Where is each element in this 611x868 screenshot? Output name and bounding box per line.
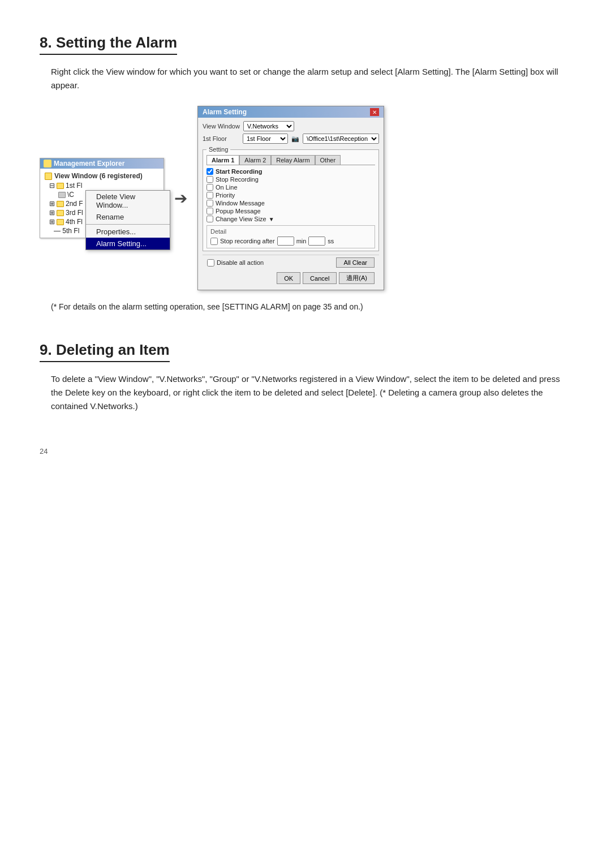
section-8-body: Right click the View window for which yo… bbox=[51, 65, 571, 92]
subtitle-text: View Window (6 registered) bbox=[54, 172, 143, 180]
page-number: 24 bbox=[40, 447, 571, 456]
change-view-size-dropdown-icon: ▼ bbox=[269, 216, 274, 222]
folder-icon-4th bbox=[57, 219, 64, 225]
disable-all-action-checkbox[interactable] bbox=[207, 259, 214, 267]
tab-alarm1[interactable]: Alarm 1 bbox=[206, 155, 239, 165]
floor-row: 1st Floor 1st Floor 📷 \Office1\1st\Recep… bbox=[203, 134, 379, 144]
checkbox-popup-message-label: Popup Message bbox=[216, 208, 261, 214]
section-9-body: To delete a "View Window", "V.Networks",… bbox=[51, 372, 571, 413]
setting-group: Setting Alarm 1 Alarm 2 Relay Alarm Othe… bbox=[203, 146, 379, 251]
checkbox-on-line: On Line bbox=[206, 183, 375, 191]
tab-relay-alarm[interactable]: Relay Alarm bbox=[271, 155, 315, 165]
disable-all-action-row: Disable all action bbox=[207, 259, 264, 267]
stop-recording-after-checkbox[interactable] bbox=[210, 238, 218, 245]
tree-label-1st: 1st Fl bbox=[66, 182, 82, 190]
checkbox-window-message: Window Message bbox=[206, 199, 375, 207]
view-window-select[interactable]: V.Networks bbox=[243, 121, 294, 131]
all-clear-button[interactable]: All Clear bbox=[336, 257, 375, 268]
alarm-tabs-bar: Alarm 1 Alarm 2 Relay Alarm Other bbox=[206, 155, 375, 165]
tree-label-4th: 4th Fl bbox=[66, 218, 83, 226]
dialog-ok-cancel-row: OK Cancel 適用(A) bbox=[203, 270, 379, 286]
disable-all-action-label: Disable all action bbox=[217, 259, 264, 266]
setting-legend: Setting bbox=[206, 146, 230, 153]
checkbox-priority-label: Priority bbox=[216, 192, 235, 199]
folder-icon-3rd bbox=[57, 210, 64, 216]
path-select[interactable]: \Office1\1st\Reception bbox=[303, 134, 379, 144]
view-window-row: View Window V.Networks bbox=[203, 121, 379, 131]
checkbox-window-message-input[interactable] bbox=[206, 200, 213, 207]
checkbox-change-view-size-label: Change View Size bbox=[216, 216, 266, 222]
ok-button[interactable]: OK bbox=[277, 272, 300, 284]
folder-icon-1st bbox=[57, 183, 64, 189]
checkbox-stop-recording: Stop Recording bbox=[206, 175, 375, 183]
context-rename[interactable]: Rename bbox=[86, 211, 170, 223]
checkbox-start-recording: Start Recording bbox=[206, 167, 375, 175]
alarm-dialog-body: View Window V.Networks 1st Floor 1st Flo… bbox=[198, 118, 384, 290]
cancel-button[interactable]: Cancel bbox=[303, 272, 337, 284]
floor-label: 1st Floor bbox=[203, 135, 239, 142]
tree-item-1st: ⊟ 1st Fl bbox=[40, 181, 163, 190]
tree-label-5th: — 5th Fl bbox=[54, 227, 79, 235]
section-8: 8. Setting the Alarm Right click the Vie… bbox=[40, 34, 571, 313]
tree-label-3rd: 3rd Fl bbox=[66, 209, 83, 217]
section-8-note: (* For details on the alarm setting oper… bbox=[51, 300, 571, 313]
alarm-dialog-close-button[interactable]: ✕ bbox=[370, 108, 379, 116]
context-delete[interactable]: Delete View Window... bbox=[86, 191, 170, 211]
mgmt-explorer-subtitle: View Window (6 registered) bbox=[40, 171, 163, 181]
management-explorer-window: Management Explorer View Window (6 regis… bbox=[40, 158, 164, 238]
section-8-note-text: (* For details on the alarm setting oper… bbox=[51, 302, 363, 311]
section-8-heading: 8. Setting the Alarm bbox=[40, 34, 177, 55]
checkbox-start-recording-input[interactable] bbox=[206, 168, 213, 175]
alarm-dialog-titlebar: Alarm Setting ✕ bbox=[198, 106, 384, 118]
checkbox-stop-recording-input[interactable] bbox=[206, 176, 213, 183]
tree-minus: ⊟ bbox=[49, 182, 55, 190]
subtitle-icon bbox=[45, 173, 52, 180]
tree-plus-4: ⊞ bbox=[49, 218, 55, 226]
checkbox-on-line-input[interactable] bbox=[206, 184, 213, 191]
detail-section: Detail Stop recording after min ss bbox=[206, 225, 375, 248]
stop-recording-sec-input[interactable] bbox=[308, 237, 325, 246]
checkbox-start-recording-label: Start Recording bbox=[216, 168, 263, 175]
checkbox-popup-message-input[interactable] bbox=[206, 208, 213, 214]
mgmt-explorer-icon bbox=[44, 160, 51, 167]
stop-recording-min-input[interactable] bbox=[277, 237, 294, 246]
folder-icon-2nd bbox=[57, 201, 64, 207]
path-icon: 📷 bbox=[291, 135, 299, 143]
mgmt-explorer-title: Management Explorer bbox=[54, 160, 124, 167]
tree-plus-2: ⊞ bbox=[49, 200, 55, 208]
checkbox-change-view-size-input[interactable] bbox=[206, 216, 213, 222]
screenshots-area: Management Explorer View Window (6 regis… bbox=[40, 106, 571, 290]
tree-cam-icon bbox=[58, 192, 66, 198]
alarm-setting-dialog: Alarm Setting ✕ View Window V.Networks 1… bbox=[197, 106, 384, 290]
checkbox-priority-input[interactable] bbox=[206, 192, 213, 199]
min-label: min bbox=[296, 238, 307, 244]
mgmt-explorer-titlebar: Management Explorer bbox=[40, 158, 163, 169]
arrow-icon: ➔ bbox=[174, 189, 187, 208]
tab-alarm2[interactable]: Alarm 2 bbox=[239, 155, 271, 165]
sec-label: ss bbox=[328, 238, 334, 244]
checkbox-stop-recording-label: Stop Recording bbox=[216, 176, 259, 183]
stop-recording-row: Stop recording after min ss bbox=[210, 237, 371, 246]
stop-recording-after-label: Stop recording after bbox=[220, 238, 275, 244]
tree-label-2nd: 2nd F bbox=[66, 200, 83, 208]
checkbox-popup-message: Popup Message bbox=[206, 207, 375, 215]
checkbox-window-message-label: Window Message bbox=[216, 200, 265, 207]
tree-plus-3: ⊞ bbox=[49, 209, 55, 217]
checkbox-on-line-label: On Line bbox=[216, 184, 238, 191]
view-window-label: View Window bbox=[203, 123, 240, 130]
alarm-dialog-title-text: Alarm Setting bbox=[203, 108, 247, 116]
apply-button[interactable]: 適用(A) bbox=[339, 272, 375, 284]
context-menu: Delete View Window... Rename Properties.… bbox=[85, 190, 170, 250]
checkbox-change-view-size: Change View Size ▼ bbox=[206, 215, 375, 223]
tree-label-c: \C bbox=[67, 191, 74, 199]
alarm-dialog-footer: Disable all action All Clear bbox=[203, 255, 379, 270]
context-divider bbox=[86, 224, 170, 225]
section-9-heading: 9. Deleting an Item bbox=[40, 341, 170, 362]
section-9: 9. Deleting an Item To delete a "View Wi… bbox=[40, 341, 571, 413]
tab-other[interactable]: Other bbox=[315, 155, 341, 165]
dialog-buttons: All Clear bbox=[336, 257, 375, 268]
floor-select[interactable]: 1st Floor bbox=[243, 134, 288, 144]
context-alarm-setting[interactable]: Alarm Setting... bbox=[86, 238, 170, 250]
detail-legend: Detail bbox=[210, 228, 371, 235]
context-properties[interactable]: Properties... bbox=[86, 226, 170, 238]
